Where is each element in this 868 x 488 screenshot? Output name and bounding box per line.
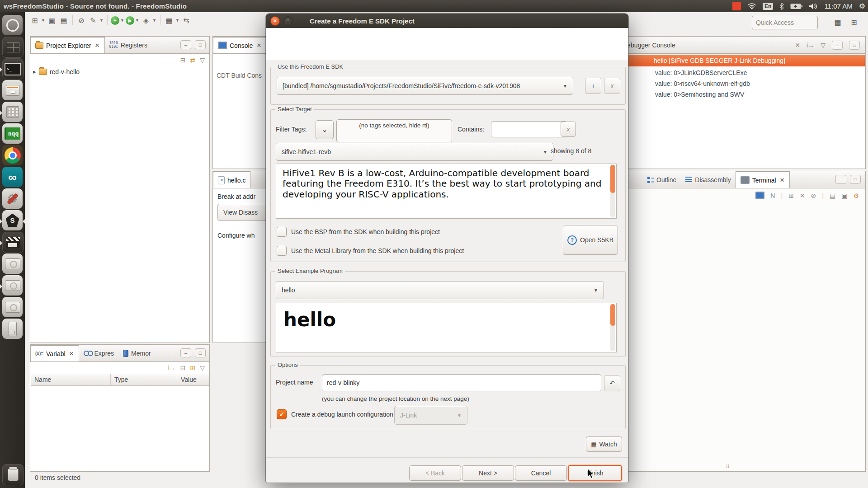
external-tools-dropdown-icon[interactable]: ▼: [152, 18, 157, 23]
column-name[interactable]: Name: [31, 374, 111, 385]
new-project-dropdown-icon[interactable]: ▼: [175, 18, 180, 23]
recording-indicator-icon[interactable]: [732, 2, 741, 10]
add-sdk-button[interactable]: +: [585, 78, 601, 94]
cancel-button[interactable]: Cancel: [515, 465, 567, 481]
minimize-icon[interactable]: –: [180, 40, 191, 49]
new-terminal-view-icon[interactable]: ⊞: [788, 192, 794, 199]
tab-expressions[interactable]: Expres: [79, 345, 119, 361]
new-wizard-dropdown-icon[interactable]: ▼: [41, 18, 46, 23]
contains-input[interactable]: [491, 121, 567, 137]
maximize-icon[interactable]: □: [195, 40, 206, 49]
next-button[interactable]: Next >: [462, 465, 514, 481]
maximize-icon[interactable]: □: [850, 175, 861, 184]
open-terminal-icon[interactable]: [755, 192, 764, 199]
debug-launch-checkbox-label[interactable]: Create a debug launch configuration for: [291, 411, 402, 418]
example-program-combo[interactable]: hello ▼: [276, 281, 604, 299]
debug-dropdown-icon[interactable]: ▼: [120, 18, 125, 23]
launcher-hard-disk-2-icon[interactable]: [2, 275, 23, 296]
clear-filter-button[interactable]: x: [561, 122, 576, 137]
target-board-combo[interactable]: sifive-hifive1-revb ▼: [276, 143, 553, 161]
bluetooth-icon[interactable]: [779, 3, 784, 10]
settings-icon[interactable]: ⚙: [853, 192, 859, 199]
launcher-terminal-icon[interactable]: >_: [2, 58, 24, 80]
wifi-icon[interactable]: [747, 3, 756, 10]
debug-launch-checkbox[interactable]: ✓: [277, 409, 287, 419]
launcher-notepadqq-icon[interactable]: nqq: [2, 123, 23, 144]
sdk-combo[interactable]: [bundled] /home/sgmustadio/Projects/Free…: [277, 77, 573, 95]
toggle-command-icon[interactable]: N: [770, 192, 775, 199]
launcher-freedom-studio-icon[interactable]: S: [2, 210, 23, 230]
clear-sdk-button[interactable]: x: [604, 78, 620, 94]
clock[interactable]: 11:07 AM: [824, 2, 852, 10]
tab-disassembly[interactable]: Disassembly: [681, 171, 735, 188]
launcher-arduino-icon[interactable]: ∞: [2, 167, 23, 187]
collapse-all-icon[interactable]: ⊟: [180, 364, 186, 371]
metal-library-checkbox[interactable]: [277, 246, 287, 256]
view-menu-icon[interactable]: ▽: [821, 42, 826, 49]
scroll-lock-icon[interactable]: ⊘: [811, 192, 816, 199]
quick-access-box[interactable]: Quick Access: [752, 16, 818, 29]
bsp-checkbox[interactable]: [277, 227, 287, 237]
launcher-hard-disk-3-icon[interactable]: [2, 297, 23, 317]
view-menu-icon[interactable]: ▽: [200, 364, 205, 371]
swap-editor-icon[interactable]: ⇆: [181, 15, 192, 26]
dialog-minimize-icon[interactable]: □: [283, 16, 292, 26]
launcher-calculator-icon[interactable]: [2, 102, 23, 122]
external-tools-icon[interactable]: ◈: [141, 15, 151, 26]
battery-icon[interactable]: [790, 3, 802, 9]
add-watchpoint-icon[interactable]: ⊞: [190, 364, 195, 371]
keyboard-layout-indicator[interactable]: En: [763, 3, 773, 10]
launcher-chrome-icon[interactable]: [2, 145, 23, 165]
new-wizard-icon[interactable]: ⊞: [29, 15, 40, 26]
tree-item-red-v-hello[interactable]: ▶ red-v-hello: [33, 68, 80, 75]
undo-project-name-button[interactable]: ↶: [604, 375, 620, 391]
tab-hello-c[interactable]: .c hello.c: [213, 171, 250, 188]
show-logical-icon[interactable]: i→: [168, 364, 176, 371]
minimize-icon[interactable]: –: [180, 348, 191, 357]
column-value[interactable]: Value: [177, 374, 209, 385]
dialog-close-icon[interactable]: ✕: [270, 16, 280, 26]
edit-dropdown-icon[interactable]: ▼: [99, 18, 104, 23]
close-icon[interactable]: ✕: [69, 350, 74, 357]
debug-config-combo[interactable]: J-Link ▼: [394, 406, 467, 425]
back-button[interactable]: < Back: [409, 465, 461, 481]
run-dropdown-icon[interactable]: ▼: [135, 18, 140, 23]
launcher-tweak-tool-icon[interactable]: ⚙: [2, 188, 23, 209]
tree-expand-icon[interactable]: ▶: [33, 70, 36, 74]
project-name-input[interactable]: red-v-blinky: [322, 374, 601, 391]
launcher-hard-disk-1-icon[interactable]: [2, 253, 23, 274]
perspective-icon[interactable]: ▦: [832, 17, 843, 28]
launcher-ubuntu-dash-icon[interactable]: [2, 15, 23, 35]
launcher-file-archive-icon[interactable]: [2, 80, 23, 100]
debug-row[interactable]: value: 0>riscv64-unknown-elf-gdb: [655, 78, 750, 89]
launcher-workspace-switcher-icon[interactable]: [2, 37, 24, 58]
remove-all-icon[interactable]: ✕: [795, 42, 800, 49]
tab-registers[interactable]: 10100101 Registers: [105, 37, 152, 53]
link-editor-icon[interactable]: ⇄: [190, 56, 195, 64]
tab-outline[interactable]: Outline: [643, 171, 681, 188]
remove-terminal-icon[interactable]: ✕: [800, 192, 805, 199]
debug-row[interactable]: value: 0>Semihosting and SWV: [655, 89, 744, 100]
example-scrollbar[interactable]: [610, 304, 615, 351]
metal-library-checkbox-label[interactable]: Use the Metal Library from the SDK when …: [291, 247, 464, 254]
close-icon[interactable]: ✕: [780, 177, 785, 183]
column-type[interactable]: Type: [111, 374, 177, 385]
launcher-video-editor-icon[interactable]: [2, 232, 24, 253]
step-info-icon[interactable]: i→: [807, 42, 814, 49]
resize-grip-dots[interactable]: ⁞⁞: [726, 464, 730, 469]
minimize-icon[interactable]: –: [832, 41, 843, 50]
copy-icon[interactable]: ▤: [830, 192, 835, 199]
open-s5kb-button[interactable]: ? Open S5KB: [563, 225, 618, 255]
debug-icon[interactable]: ✦: [111, 16, 119, 25]
description-scrollbar[interactable]: [610, 165, 615, 217]
edit-icon[interactable]: ✎: [88, 15, 99, 26]
maximize-icon[interactable]: □: [849, 41, 860, 50]
watch-button[interactable]: ▦ Watch: [586, 436, 622, 452]
tab-console[interactable]: Console ✕: [213, 37, 266, 53]
save-icon[interactable]: ▣: [47, 15, 57, 26]
save-all-icon[interactable]: ▤: [58, 15, 69, 26]
scrollbar-thumb[interactable]: [610, 165, 615, 193]
close-icon[interactable]: ✕: [95, 42, 100, 49]
close-icon[interactable]: ✕: [256, 42, 261, 49]
scrollbar-thumb[interactable]: [610, 304, 615, 326]
